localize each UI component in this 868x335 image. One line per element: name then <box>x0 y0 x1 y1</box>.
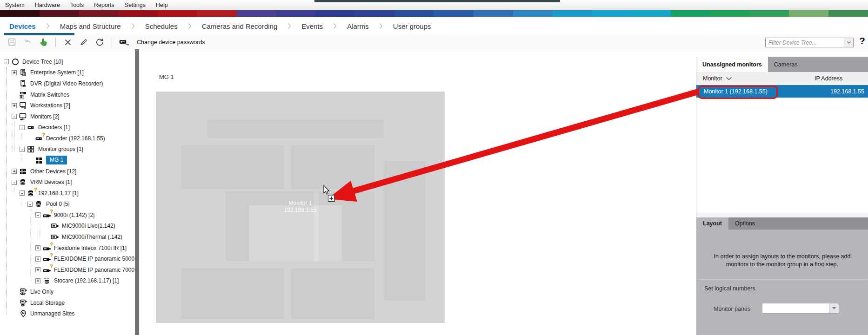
delete-icon[interactable] <box>63 37 73 47</box>
tree-item-label: MG 1 <box>46 156 67 164</box>
tree-item-unmanaged-sites[interactable]: Unmanaged Sites <box>0 308 135 319</box>
tab-cameras-and-recording[interactable]: Cameras and Recording <box>199 17 280 35</box>
collapse-expander[interactable]: - <box>35 212 40 217</box>
expand-expander[interactable]: + <box>35 256 40 262</box>
tab-options[interactable]: Options <box>728 217 761 230</box>
camera-icon <box>50 233 60 241</box>
filter-input[interactable] <box>766 38 844 47</box>
tree-item-stocare-192-168-1-17-1[interactable]: +iSCSIStocare (192.168.1.17) [1] <box>0 276 135 287</box>
tree-item-label: Workstations [2] <box>30 102 70 109</box>
local-storage-icon <box>19 299 28 307</box>
tab-layout[interactable]: Layout <box>696 217 728 230</box>
column-header-monitor[interactable]: Monitor <box>703 75 732 82</box>
tree-item-workstations-2[interactable]: +Workstations [2] <box>0 100 135 111</box>
device-tree-panel: -Device Tree [10]+Enterprise System [1]D… <box>0 49 135 335</box>
tree-item-device-tree-10[interactable]: -Device Tree [10] <box>0 56 135 67</box>
tree-item-monitors-2[interactable]: -Monitors [2] <box>0 111 135 122</box>
refresh-icon[interactable] <box>94 37 105 47</box>
tree-item-other-devices-12[interactable]: +Other Devices [12] <box>0 166 135 177</box>
decoder-icon: ? <box>34 135 44 142</box>
tree-item-local-storage[interactable]: Local Storage <box>0 297 135 309</box>
collapse-expander[interactable]: - <box>20 190 25 196</box>
tab-alarms[interactable]: Alarms <box>344 17 372 35</box>
live-only-icon <box>19 288 28 296</box>
change-device-passwords-button[interactable]: Change device passwords <box>137 39 205 46</box>
collapse-expander[interactable]: - <box>27 202 33 207</box>
toolbar-separator <box>112 38 112 47</box>
enterprise-system-icon <box>19 69 28 76</box>
monitor-panes-select[interactable] <box>762 303 839 314</box>
tree-expander-placeholder <box>27 158 33 163</box>
tree-expander-placeholder <box>27 136 33 141</box>
tree-item-9000i-1-142-2[interactable]: -?9000i (1.142) [2] <box>0 210 135 221</box>
tree-item-label: 192.168.1.17 [1] <box>38 190 79 197</box>
expand-expander[interactable]: + <box>35 245 40 250</box>
tree-item-flexidome-inteox-7100i-ir-1[interactable]: +?Flexidome Inteox 7100i IR [1] <box>0 243 135 254</box>
collapse-expander[interactable]: - <box>12 180 17 185</box>
camera-icon <box>50 222 60 230</box>
expand-expander[interactable]: + <box>12 169 17 174</box>
tree-item-label: FLEXIDOME IP panoramic 5000 <box>54 256 134 262</box>
menu-system[interactable]: System <box>0 2 30 8</box>
collapse-expander[interactable]: - <box>20 125 25 130</box>
tree-item-flexidome-ip-panoramic-5000[interactable]: +?FLEXIDOME IP panoramic 5000 <box>0 253 135 264</box>
tree-item-mic9000i-live-1-142[interactable]: MIC9000i Live(1.142) <box>0 221 135 232</box>
menu-help[interactable]: Help <box>151 2 173 8</box>
expand-expander[interactable]: + <box>35 278 40 283</box>
tree-item-label: Decoder (192.168.1.55) <box>46 135 105 142</box>
tab-events[interactable]: Events <box>299 17 326 35</box>
expand-expander[interactable]: + <box>35 267 40 272</box>
expand-expander[interactable]: + <box>12 103 17 108</box>
dropdown-arrow-icon[interactable] <box>829 303 839 313</box>
help-button[interactable]: ? <box>859 35 865 46</box>
set-logical-numbers-label: Set logical numbers <box>704 285 755 292</box>
tree-item-dvr-digital-video-recorder[interactable]: DVR (Digital Video Recorder) <box>0 78 135 89</box>
expand-expander[interactable]: + <box>12 70 17 75</box>
tab-devices[interactable]: Devices <box>7 17 39 35</box>
device-tree-icon <box>11 58 20 66</box>
tree-item-192-168-1-17-1[interactable]: -?192.168.1.17 [1] <box>0 188 135 199</box>
column-header-monitor-label: Monitor <box>703 75 722 82</box>
tree-item-vrm-devices-1[interactable]: -VRM Devices [1] <box>0 177 135 188</box>
monitor-group-workspace: MG 1 Monitor 1 192.168.1.55 <box>139 49 696 335</box>
tree-expander-placeholder <box>12 81 17 86</box>
tree-expander-placeholder <box>12 311 17 316</box>
monitor-wall-preview[interactable]: Monitor 1 192.168.1.55 <box>156 92 445 323</box>
panel-splitter[interactable] <box>135 49 139 335</box>
tab-user-groups[interactable]: User groups <box>390 17 434 35</box>
save-icon <box>7 37 17 47</box>
menu-tools[interactable]: Tools <box>65 2 89 8</box>
menu-reports[interactable]: Reports <box>89 2 120 8</box>
tree-item-matrix-switches[interactable]: Matrix Switches <box>0 89 135 100</box>
menu-settings[interactable]: Settings <box>120 2 151 8</box>
tree-item-flexidome-ip-panoramic-7000[interactable]: +?FLEXIDOME IP panoramic 7000 <box>0 264 135 276</box>
decoder-icon <box>27 124 36 131</box>
change-password-icon[interactable] <box>119 37 129 47</box>
filter-dropdown-button[interactable] <box>844 38 853 47</box>
tree-item-label: Other Devices [12] <box>30 168 76 175</box>
monitor-group-icon <box>27 145 36 153</box>
tree-item-pool-0-5[interactable]: -Pool 0 [5] <box>0 199 135 210</box>
tree-item-live-only[interactable]: Live Only <box>0 286 135 297</box>
tree-item-decoders-1[interactable]: -Decoders [1] <box>0 122 135 133</box>
tree-item-monitor-groups-1[interactable]: -Monitor groups [1] <box>0 144 135 155</box>
monitor-ip-overlay: 192.168.1.55 <box>156 207 445 214</box>
collapse-expander[interactable]: - <box>20 147 25 152</box>
layout-tab-body: In order to assign layouts to the monito… <box>696 230 868 335</box>
collapse-expander[interactable]: - <box>4 59 9 64</box>
column-header-ip[interactable]: IP Address <box>815 75 842 82</box>
tree-item-mg-1[interactable]: MG 1 <box>0 155 135 166</box>
edit-icon[interactable] <box>79 37 89 47</box>
menu-hardware[interactable]: Hardware <box>30 2 65 8</box>
chevron-right-icon <box>379 23 383 29</box>
tab-cameras[interactable]: Cameras <box>768 57 804 72</box>
tab-unassigned-monitors[interactable]: Unassigned monitors <box>696 57 768 72</box>
collapse-expander[interactable]: - <box>12 114 17 119</box>
tab-schedules[interactable]: Schedules <box>142 17 180 35</box>
tree-item-enterprise-system-1[interactable]: +Enterprise System [1] <box>0 67 135 79</box>
unmanaged-sites-icon <box>19 310 28 317</box>
tree-item-mic9000ithermal-142[interactable]: MIC9000iThermal (.142) <box>0 231 135 243</box>
tab-maps-and-structure[interactable]: Maps and Structure <box>57 17 124 35</box>
activate-configuration-icon[interactable] <box>38 37 48 47</box>
tree-item-decoder-192-168-1-55[interactable]: ?Decoder (192.168.1.55) <box>0 133 135 144</box>
